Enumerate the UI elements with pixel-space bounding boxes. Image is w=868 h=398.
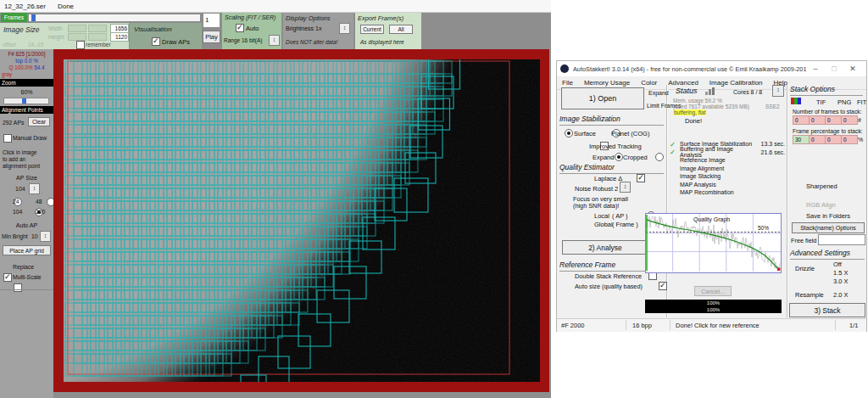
stack-value-input[interactable]: 0 xyxy=(809,115,826,125)
local-suffix: ( AP ) xyxy=(612,212,628,220)
height-value[interactable]: 1120 xyxy=(110,32,129,42)
frame-info: F# 825 [1/2000] xyxy=(0,51,53,57)
display-note: Does NOT alter data! xyxy=(286,39,337,45)
planet-label: Planet (COG) xyxy=(611,130,649,137)
menu-item-color[interactable]: Color xyxy=(641,79,657,87)
zoom-slider-handle[interactable] xyxy=(22,98,26,104)
frames-slider[interactable] xyxy=(28,14,201,22)
export-current-button[interactable]: Current xyxy=(360,25,384,34)
save-folders-label: Save in Folders xyxy=(806,212,850,220)
open-button[interactable]: 1) Open xyxy=(561,87,644,109)
auto-size-checkbox[interactable] xyxy=(659,282,667,290)
status-step: MAP Recombination xyxy=(670,188,785,197)
sidebar-divider xyxy=(0,289,53,290)
stack-value-input[interactable]: 0 xyxy=(825,135,842,144)
stackname-options-button[interactable]: Stack(name) Options xyxy=(792,222,865,233)
stack-value-input[interactable]: 0 xyxy=(809,135,826,144)
auto-size-label: Auto size (quality based) xyxy=(575,283,643,290)
statusbar-message[interactable]: Done! Click for new reference xyxy=(676,322,760,329)
as-titlebar[interactable]: AutoStakkert! 3.0.14 (x64) - free for no… xyxy=(557,61,866,76)
stack-button[interactable]: 3) Stack xyxy=(789,303,865,317)
cancel-button[interactable]: Cancel... xyxy=(694,286,732,296)
menu-item-advanced[interactable]: Advanced xyxy=(668,79,698,87)
stack-value-input[interactable]: 0 xyxy=(841,135,858,144)
ap-hint-1: Click in image xyxy=(3,149,36,155)
display-options-title: Display Options xyxy=(286,14,331,22)
as-statusbar: #F 2000 16 bpp Done! Click for new refer… xyxy=(557,318,866,332)
noise-robust-label: Noise Robust 2 xyxy=(575,185,618,193)
stack-value-input[interactable]: 30 xyxy=(793,135,810,144)
multi-scale-checkbox[interactable] xyxy=(14,283,22,292)
noise-robust-stepper[interactable]: ↕ xyxy=(620,182,631,193)
stack-value-input[interactable]: 0 xyxy=(825,115,842,125)
image-view[interactable] xyxy=(53,49,549,392)
menu-item-memory-usage[interactable]: Memory Usage xyxy=(584,79,630,87)
replace-checkbox[interactable] xyxy=(3,273,12,282)
expand-option[interactable]: Expand xyxy=(648,90,669,96)
clear-aps-button[interactable]: Clear xyxy=(28,117,50,126)
scaling-panel: Scaling (FIT / SER) Auto Range 16 bit(A)… xyxy=(222,13,281,49)
drizzle-30-label: 3.0 X xyxy=(833,277,849,285)
statusbar-frames: #F 2000 xyxy=(561,322,585,329)
status-step: ✓Buffering and Image Analysis21.6 sec. xyxy=(670,149,785,157)
minimize-button[interactable]: – xyxy=(806,64,825,73)
min-bright-stepper[interactable]: ↕ xyxy=(40,231,51,242)
remember-label: remember xyxy=(86,42,111,48)
maximize-button[interactable]: □ xyxy=(825,64,843,73)
visualisation-panel: Visualisation Draw APs xyxy=(130,23,202,49)
brightness-stepper[interactable]: ↕ xyxy=(339,23,350,34)
status-header: Status xyxy=(676,87,698,95)
min-bright-value: 10 xyxy=(31,233,38,239)
statusbar-sep-1 xyxy=(626,320,626,330)
free-field-input[interactable] xyxy=(818,234,865,245)
analyse-button[interactable]: 2) Analyse xyxy=(562,240,648,255)
quality-graph: Quality Graph50% xyxy=(645,213,782,273)
status-done: Done! xyxy=(685,117,702,125)
zoom-slider[interactable] xyxy=(3,98,49,104)
multi-scale-label: Multi-Scale xyxy=(13,274,42,280)
frame-number-input[interactable]: 1 xyxy=(203,13,220,28)
status-stepper[interactable]: ↕ xyxy=(772,85,784,97)
scaling-range-stepper[interactable]: ↕ xyxy=(269,35,280,46)
laplace-checkbox[interactable] xyxy=(637,174,645,182)
zoom-value: 60% xyxy=(0,89,53,95)
laplace-label: Laplace Δ xyxy=(594,175,622,182)
surface-radio[interactable] xyxy=(565,129,573,137)
export-note: As displayed here xyxy=(360,39,404,45)
drizzle-15-label: 1.5 X xyxy=(833,269,849,277)
moon-image[interactable] xyxy=(64,59,540,382)
scaling-auto-checkbox[interactable] xyxy=(236,24,244,32)
menu-item-image-calibration[interactable]: Image Calibration xyxy=(709,79,763,87)
pct-unit: % xyxy=(858,137,863,143)
frames-slider-handle[interactable] xyxy=(31,14,36,21)
step-label: Reference Image xyxy=(680,157,756,163)
close-button[interactable]: ✕ xyxy=(843,64,862,73)
nframes-unit: # xyxy=(858,117,861,123)
draw-aps-checkbox[interactable] xyxy=(152,37,160,46)
stack-options-header: Stack Options xyxy=(790,85,863,96)
place-ap-grid-button[interactable]: Place AP grid xyxy=(3,245,51,255)
improved-tracking-label: Improved Tracking xyxy=(589,143,642,150)
main-titlebar[interactable]: 12_32_26.ser Done xyxy=(0,0,551,13)
app-icon xyxy=(560,64,569,73)
expand-radio[interactable] xyxy=(615,153,623,161)
display-options-panel: Display Options Brightness 1x ↕ Does NOT… xyxy=(283,13,353,49)
stack-value-input[interactable]: 0 xyxy=(841,115,858,125)
screen: 12_32_26.ser Done Frames 1 Image Size Wi… xyxy=(0,0,868,398)
fit-label: FIT xyxy=(857,98,866,106)
width-box-1 xyxy=(68,25,86,32)
step-label: MAP Analysis xyxy=(680,182,756,188)
ap-size-stepper[interactable]: ↕ xyxy=(29,183,40,194)
play-button[interactable]: Play xyxy=(203,31,220,43)
menu-item-file[interactable]: File xyxy=(562,79,573,87)
manual-draw-checkbox[interactable] xyxy=(3,134,12,143)
stack-value-input[interactable]: 0 xyxy=(793,115,810,125)
drizzle-off-label: Off xyxy=(833,261,842,268)
ap-hint-3: alignment point xyxy=(3,163,40,169)
image-stabilization-header: Image Stabilization xyxy=(559,115,664,126)
export-all-button[interactable]: All xyxy=(389,25,413,34)
replace-label: Replace xyxy=(13,264,34,270)
main-window: 12_32_26.ser Done Frames 1 Image Size Wi… xyxy=(0,0,551,398)
remember-checkbox[interactable] xyxy=(76,41,85,49)
cropped-radio[interactable] xyxy=(655,153,664,161)
